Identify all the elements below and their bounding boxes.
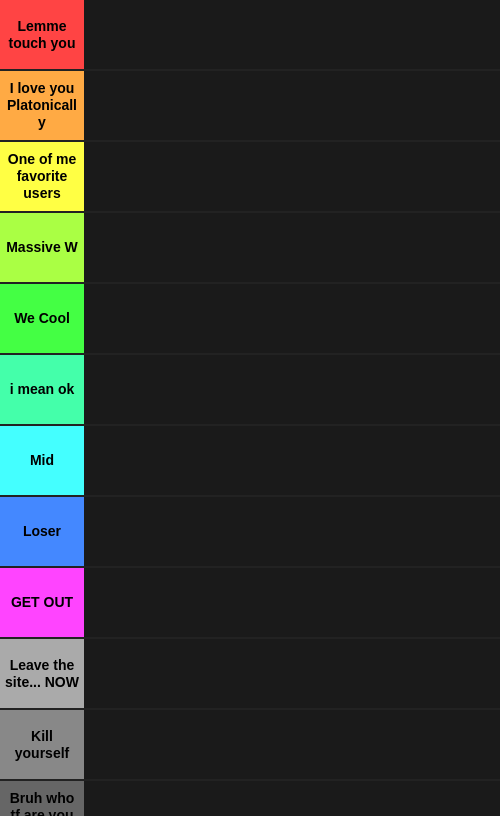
- tier-label-massive-w: Massive W: [0, 213, 84, 282]
- tier-content-i-love-you-platonically[interactable]: [84, 71, 500, 140]
- tier-content-massive-w[interactable]: [84, 213, 500, 282]
- tier-label-we-cool: We Cool: [0, 284, 84, 353]
- tier-row-get-out: GET OUT: [0, 568, 500, 639]
- tier-row-lemme-touch-you: Lemme touch you: [0, 0, 500, 71]
- tier-label-one-of-me-favorite-users: One of me favorite users: [0, 142, 84, 211]
- tier-content-we-cool[interactable]: [84, 284, 500, 353]
- tier-label-loser: Loser: [0, 497, 84, 566]
- tier-row-we-cool: We Cool: [0, 284, 500, 355]
- tier-content-bruh-who-tf[interactable]: [84, 781, 500, 816]
- tier-content-mid[interactable]: [84, 426, 500, 495]
- tier-content-i-mean-ok[interactable]: [84, 355, 500, 424]
- tier-content-leave-the-site-now[interactable]: [84, 639, 500, 708]
- tier-label-mid: Mid: [0, 426, 84, 495]
- tier-row-i-love-you-platonically: I love you Platonically: [0, 71, 500, 142]
- tier-row-leave-the-site-now: Leave the site... NOW: [0, 639, 500, 710]
- tier-row-loser: Loser: [0, 497, 500, 568]
- tier-content-loser[interactable]: [84, 497, 500, 566]
- tier-row-bruh-who-tf: Bruh who tf are you lmao: [0, 781, 500, 816]
- tier-label-i-mean-ok: i mean ok: [0, 355, 84, 424]
- tier-label-bruh-who-tf: Bruh who tf are you lmao: [0, 781, 84, 816]
- tier-label-get-out: GET OUT: [0, 568, 84, 637]
- tier-label-lemme-touch-you: Lemme touch you: [0, 0, 84, 69]
- tier-row-mid: Mid: [0, 426, 500, 497]
- tier-content-kill-yourself[interactable]: [84, 710, 500, 779]
- tier-label-i-love-you-platonically: I love you Platonically: [0, 71, 84, 140]
- tier-content-lemme-touch-you[interactable]: [84, 0, 500, 69]
- tier-content-get-out[interactable]: [84, 568, 500, 637]
- tier-row-massive-w: Massive W: [0, 213, 500, 284]
- tier-row-kill-yourself: Kill yourself: [0, 710, 500, 781]
- tier-row-i-mean-ok: i mean ok: [0, 355, 500, 426]
- tier-content-one-of-me-favorite-users[interactable]: [84, 142, 500, 211]
- tier-label-kill-yourself: Kill yourself: [0, 710, 84, 779]
- tier-row-one-of-me-favorite-users: One of me favorite users: [0, 142, 500, 213]
- tier-label-leave-the-site-now: Leave the site... NOW: [0, 639, 84, 708]
